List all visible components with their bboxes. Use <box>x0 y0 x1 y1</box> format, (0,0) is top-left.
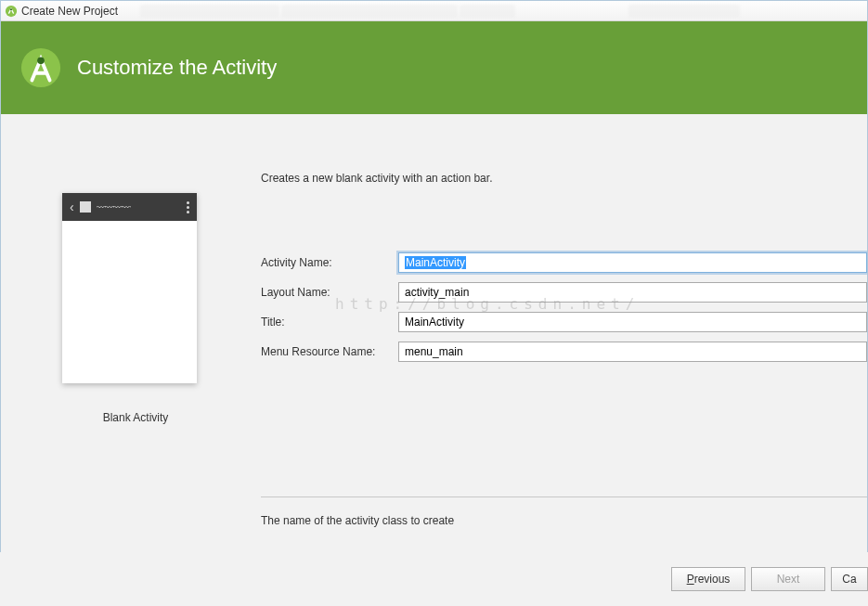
layout-name-label: Layout Name: <box>261 286 398 299</box>
window-title: Create New Project <box>21 5 118 18</box>
background-tabs <box>140 5 863 18</box>
activity-name-row: Activity Name: MainActivity <box>261 248 867 277</box>
svg-point-2 <box>21 48 60 87</box>
title-placeholder-icon: 〰〰〰〰 <box>97 202 181 213</box>
form-column: Creates a new blank activity with an act… <box>261 114 867 553</box>
svg-point-4 <box>37 58 45 65</box>
menu-resource-label: Menu Resource Name: <box>261 345 398 358</box>
page-title: Customize the Activity <box>77 56 277 80</box>
previous-button[interactable]: Previous <box>671 567 745 591</box>
titlebar: Create New Project <box>1 1 867 21</box>
cancel-button[interactable]: Ca <box>831 567 868 591</box>
title-row: Title: <box>261 307 867 337</box>
field-hint: The name of the activity class to create <box>261 514 867 527</box>
activity-name-input[interactable]: MainActivity <box>398 252 867 273</box>
activity-preview: ‹ 〰〰〰〰 <box>62 193 197 383</box>
menu-resource-row: Menu Resource Name: <box>261 337 867 367</box>
template-name: Blank Activity <box>62 411 209 424</box>
wizard-header: Customize the Activity <box>1 21 867 114</box>
next-button[interactable]: Next <box>751 567 825 591</box>
android-studio-logo-icon <box>19 46 62 89</box>
svg-point-0 <box>6 5 17 16</box>
overflow-menu-icon <box>187 201 189 213</box>
title-input[interactable] <box>398 312 867 332</box>
layout-name-input[interactable] <box>398 282 867 303</box>
wizard-footer: Previous Next Ca <box>0 552 868 606</box>
title-label: Title: <box>261 316 398 329</box>
content-area: ‹ 〰〰〰〰 Blank Activity Creates a new blan… <box>1 114 867 553</box>
back-chevron-icon: ‹ <box>70 200 74 213</box>
menu-resource-input[interactable] <box>398 342 867 362</box>
activity-name-label: Activity Name: <box>261 256 398 269</box>
divider <box>261 496 867 497</box>
layout-name-row: Layout Name: <box>261 277 867 307</box>
preview-appbar: ‹ 〰〰〰〰 <box>62 193 197 221</box>
app-icon-placeholder <box>80 201 91 213</box>
template-preview-column: ‹ 〰〰〰〰 Blank Activity <box>62 193 209 424</box>
template-description: Creates a new blank activity with an act… <box>261 172 867 185</box>
android-studio-icon <box>5 5 18 18</box>
activity-name-value: MainActivity <box>405 256 466 269</box>
svg-point-1 <box>10 8 12 10</box>
